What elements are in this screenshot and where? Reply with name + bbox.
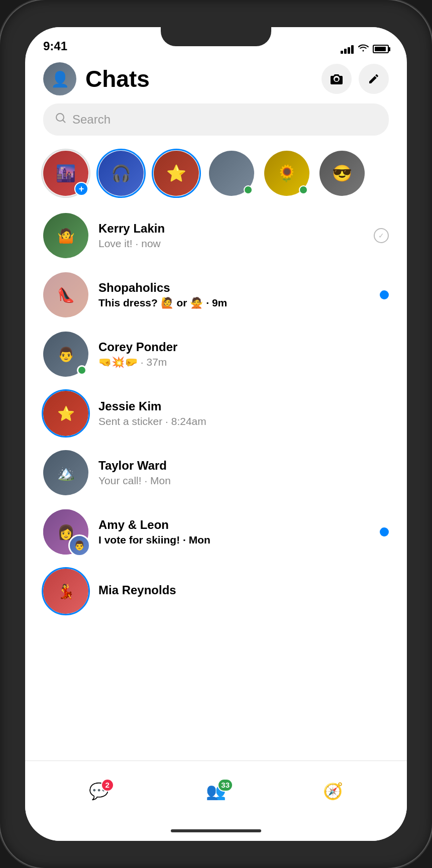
chat-info-corey: Corey Ponder 🤜💥🤛 · 37m — [98, 340, 379, 368]
header-actions — [321, 64, 389, 94]
chat-name-shop: Shopaholics — [98, 281, 370, 295]
search-icon — [55, 113, 66, 127]
signal-icon — [341, 45, 354, 54]
chat-preview-jessie: Sent a sticker · 8:24am — [98, 415, 379, 427]
chat-preview-corey: 🤜💥🤛 · 37m — [98, 356, 379, 368]
chat-name-taylor: Taylor Ward — [98, 459, 379, 473]
chat-info-kerry: Kerry Lakin Love it! · now — [98, 222, 364, 250]
chat-name-kerry: Kerry Lakin — [98, 222, 364, 236]
chat-meta-shop — [380, 290, 389, 299]
tab-bar: 💬 2 👥 33 🧭 — [25, 761, 407, 821]
status-time: 9:41 — [43, 39, 67, 54]
chat-info-shop: Shopaholics This dress? 🙋 or 🙅 · 9m — [98, 281, 370, 309]
phone-frame: 9:41 — [0, 0, 432, 868]
chat-preview-amy: I vote for skiing! · Mon — [98, 534, 370, 546]
unread-dot-shop — [380, 290, 389, 299]
user-avatar[interactable]: 👤 — [43, 62, 76, 95]
story-ring-mia — [42, 567, 90, 615]
chat-info-mia: Mia Reynolds — [98, 583, 379, 599]
home-indicator — [25, 821, 407, 841]
chat-info-amy: Amy & Leon I vote for skiing! · Mon — [98, 518, 370, 546]
chat-item-amy[interactable]: 👩 👨 Amy & Leon I vote for skiing! · Mon — [25, 502, 407, 562]
chat-item-taylor[interactable]: 🏔️ Taylor Ward Your call! · Mon — [25, 443, 407, 502]
tab-people[interactable]: 👥 33 — [206, 782, 226, 801]
chat-name-mia: Mia Reynolds — [98, 583, 379, 597]
chats-badge: 2 — [101, 779, 114, 792]
chat-preview-taylor: Your call! · Mon — [98, 475, 379, 487]
delivered-icon-kerry: ✓ — [374, 228, 389, 243]
home-bar — [171, 829, 261, 832]
compose-button[interactable] — [359, 64, 389, 94]
story-add-icon: + — [74, 182, 88, 196]
chat-meta-amy — [380, 527, 389, 536]
chat-preview-kerry: Love it! · now — [98, 238, 364, 250]
chat-item-jessie[interactable]: ⭐ Jessie Kim Sent a sticker · 8:24am — [25, 384, 407, 443]
status-icons — [341, 44, 389, 54]
header: 👤 Chats — [25, 57, 407, 103]
chat-name-jessie: Jessie Kim — [98, 399, 379, 413]
story-item-6[interactable]: 😎 — [319, 151, 365, 196]
notch — [161, 27, 271, 46]
search-bar[interactable]: Search — [43, 103, 389, 136]
content-area: 👤 Chats — [25, 57, 407, 841]
chat-item-shop[interactable]: 👠 Shopaholics This dress? 🙋 or 🙅 · 9m — [25, 265, 407, 324]
story-item-3[interactable]: ⭐ — [154, 151, 199, 196]
chat-item-mia[interactable]: 💃 Mia Reynolds — [25, 562, 407, 621]
chat-name-amy: Amy & Leon — [98, 518, 370, 532]
chat-item-kerry[interactable]: 🤷 Kerry Lakin Love it! · now ✓ — [25, 206, 407, 265]
story-item-2[interactable]: 🎧 — [98, 151, 144, 196]
tab-chats[interactable]: 💬 2 — [89, 782, 109, 801]
stories-row: 🌆 + 🎧 — [25, 146, 407, 206]
story-ring-jessie — [42, 389, 90, 438]
story-item-4[interactable] — [209, 151, 254, 196]
search-placeholder: Search — [72, 113, 111, 127]
story-add[interactable]: 🌆 + — [43, 151, 88, 196]
people-badge: 33 — [218, 779, 233, 792]
chat-item-corey[interactable]: 👨 Corey Ponder 🤜💥🤛 · 37m — [25, 324, 407, 384]
wifi-icon — [358, 44, 369, 54]
camera-button[interactable] — [321, 64, 352, 94]
chat-info-jessie: Jessie Kim Sent a sticker · 8:24am — [98, 399, 379, 427]
story-item-5[interactable]: 🌻 — [264, 151, 309, 196]
phone-screen: 9:41 — [25, 27, 407, 841]
chat-preview-shop: This dress? 🙋 or 🙅 · 9m — [98, 297, 370, 309]
battery-icon — [373, 45, 389, 53]
unread-dot-amy — [380, 527, 389, 536]
chat-meta-kerry: ✓ — [374, 228, 389, 243]
discover-icon: 🧭 — [323, 782, 343, 801]
page-title: Chats — [85, 65, 312, 92]
chat-list: 🤷 Kerry Lakin Love it! · now ✓ — [25, 206, 407, 761]
tab-discover[interactable]: 🧭 — [323, 782, 343, 801]
chat-name-corey: Corey Ponder — [98, 340, 379, 354]
svg-point-0 — [335, 78, 339, 81]
online-dot-corey — [77, 365, 87, 375]
chat-info-taylor: Taylor Ward Your call! · Mon — [98, 459, 379, 487]
